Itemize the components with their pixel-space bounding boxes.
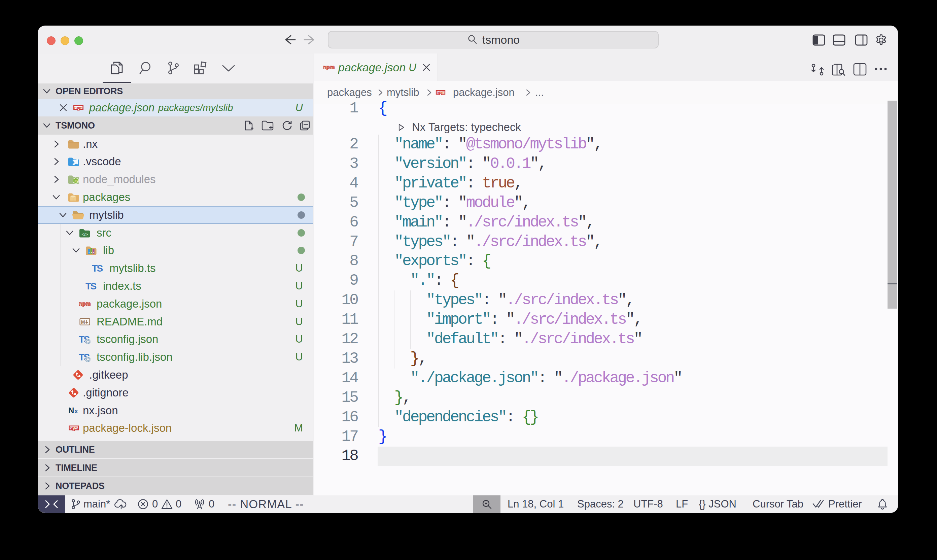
svg-text:npm: npm [437, 90, 445, 94]
svg-text:npm: npm [70, 426, 78, 430]
svg-text:npm: npm [79, 301, 91, 306]
svg-text:x: x [74, 408, 78, 415]
svg-text:npm: npm [74, 106, 83, 110]
svg-text:</>: </> [82, 232, 88, 237]
svg-text:M: M [81, 319, 85, 325]
svg-text:N: N [68, 406, 74, 415]
svg-text:JS: JS [74, 179, 78, 183]
svg-text:TS: TS [92, 263, 103, 274]
svg-text:npm: npm [323, 64, 335, 70]
svg-text:TS: TS [86, 281, 97, 291]
